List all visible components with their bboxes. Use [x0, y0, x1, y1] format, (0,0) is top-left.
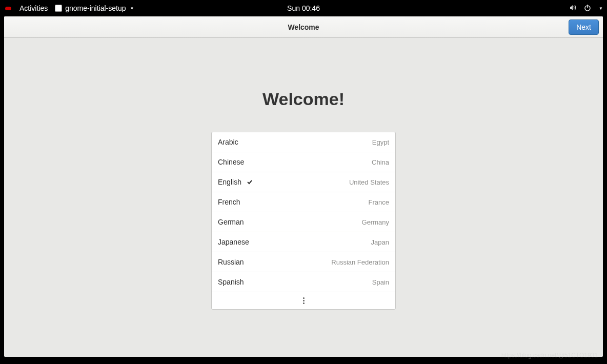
language-name: German — [218, 218, 244, 226]
language-name: French — [218, 198, 240, 206]
language-name: English — [218, 178, 241, 186]
language-row[interactable]: SpanishSpain — [212, 272, 395, 292]
content-area: Welcome! ArabicEgyptChineseChinaEnglishU… — [4, 38, 603, 357]
app-menu-label: gnome-initial-setup — [65, 4, 126, 12]
headerbar: Welcome Next — [4, 16, 603, 38]
chevron-down-icon: ▼ — [599, 6, 603, 11]
language-region: China — [372, 158, 389, 166]
language-name: Russian — [218, 258, 244, 266]
language-name: Spanish — [218, 278, 244, 286]
activities-button[interactable]: Activities — [19, 4, 48, 12]
language-name: Chinese — [218, 158, 244, 166]
redhat-icon — [4, 4, 12, 12]
app-menu[interactable]: gnome-initial-setup ▼ — [55, 4, 134, 12]
language-row[interactable]: ArabicEgypt — [212, 132, 395, 152]
app-icon — [55, 5, 62, 12]
topbar: Activities gnome-initial-setup ▼ Sun 00:… — [0, 0, 607, 16]
language-region: Germany — [362, 218, 389, 226]
language-name: Japanese — [218, 238, 249, 246]
language-name: Arabic — [218, 138, 238, 146]
volume-icon[interactable] — [569, 4, 577, 13]
topbar-left: Activities gnome-initial-setup ▼ — [4, 4, 134, 12]
language-region: United States — [349, 178, 389, 186]
clock[interactable]: Sun 00:46 — [287, 4, 320, 12]
language-row[interactable]: RussianRussian Federation — [212, 252, 395, 272]
setup-window: Welcome Next Welcome! ArabicEgyptChinese… — [4, 16, 603, 357]
next-button[interactable]: Next — [569, 19, 599, 35]
more-icon — [303, 297, 305, 304]
language-row[interactable]: FrenchFrance — [212, 192, 395, 212]
status-area[interactable]: ▼ — [569, 4, 603, 13]
welcome-heading: Welcome! — [262, 89, 345, 109]
language-list: ArabicEgyptChineseChinaEnglishUnited Sta… — [211, 132, 396, 310]
language-region: Spain — [372, 278, 389, 286]
language-row[interactable]: ChineseChina — [212, 152, 395, 172]
window-title: Welcome — [288, 23, 319, 31]
language-region: Russian Federation — [331, 258, 389, 266]
check-icon — [247, 179, 253, 185]
language-row[interactable]: GermanGermany — [212, 212, 395, 232]
language-region: Egypt — [372, 138, 389, 146]
language-region: Japan — [371, 238, 389, 246]
power-icon[interactable] — [583, 4, 592, 13]
language-region: France — [369, 198, 389, 206]
language-row[interactable]: EnglishUnited States — [212, 172, 395, 192]
chevron-down-icon: ▼ — [130, 6, 134, 11]
more-languages-button[interactable] — [212, 292, 395, 309]
language-row[interactable]: JapaneseJapan — [212, 232, 395, 252]
